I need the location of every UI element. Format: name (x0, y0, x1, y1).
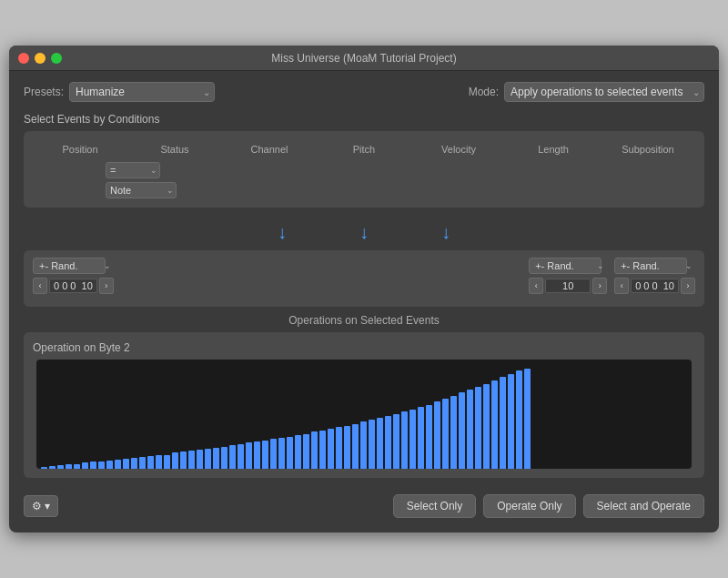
chart-bar (524, 369, 531, 469)
chart-bar (74, 464, 80, 470)
chart-bar (205, 449, 211, 469)
chart-bar (287, 437, 293, 469)
chart-bar (475, 387, 481, 469)
maximize-button[interactable] (51, 53, 62, 64)
chart-container (36, 360, 692, 469)
chart-bar (352, 424, 359, 470)
col-position: Position (33, 144, 127, 155)
bottom-bar: ⚙ ▾ Select Only Operate Only Select and … (24, 485, 704, 522)
byte2-label: Operation on Byte 2 (33, 341, 695, 354)
select-only-button[interactable]: Select Only (393, 494, 476, 518)
status-area: = ≠ < > ⌄ Note CC Pitch Bend ⌄ (106, 162, 695, 198)
chart-bar (238, 444, 244, 470)
minimize-button[interactable] (35, 53, 46, 64)
ops-length-value: 0 0 0 10 (631, 279, 679, 293)
chart-bar (98, 461, 105, 469)
presets-select-wrapper: Humanize Custom Default ⌄ (69, 82, 215, 102)
conditions-header: Position Status Channel Pitch Velocity L… (33, 140, 695, 162)
chart-bar (311, 431, 318, 469)
select-events-label: Select Events by Conditions (24, 113, 704, 126)
chart-bar (483, 384, 490, 470)
ops-velocity-up-button[interactable]: › (592, 278, 607, 294)
col-velocity: Velocity (411, 144, 506, 155)
chart-bar (66, 464, 72, 470)
select-events-panel: Position Status Channel Pitch Velocity L… (24, 131, 704, 208)
chart-bar (418, 407, 424, 469)
close-button[interactable] (18, 53, 29, 64)
operations-panel: +- Rand. Set Add ⌄ ‹ 0 0 0 10 › (24, 250, 704, 307)
ops-length-group: +- Rand. Set Add ⌄ ‹ 0 0 0 10 › (614, 258, 695, 294)
ops-length-up-button[interactable]: › (681, 278, 695, 294)
status-equals-select[interactable]: = ≠ < > (106, 162, 160, 178)
chart-bar (500, 377, 506, 469)
chart-bar (270, 439, 277, 469)
chart-bar (508, 374, 514, 470)
chart-bar (295, 435, 301, 469)
titlebar: Miss Universe (MoaM Tutorial Project) (9, 46, 719, 71)
chart-bar (360, 421, 367, 469)
chart-bar (393, 414, 399, 470)
gear-button[interactable]: ⚙ ▾ (24, 495, 58, 517)
ops-velocity-select[interactable]: +- Rand. Set Add (529, 258, 602, 274)
col-status: Status (127, 144, 222, 155)
chart-bar (450, 396, 457, 469)
col-length: Length (506, 144, 601, 155)
chart-bar (344, 426, 350, 469)
traffic-lights (18, 53, 62, 64)
chart-bar (410, 410, 416, 469)
ops-velocity-stepper: ‹ 10 › (529, 278, 607, 294)
ops-length-select[interactable]: +- Rand. Set Add (614, 258, 687, 274)
ops-length-down-button[interactable]: ‹ (614, 278, 629, 294)
ops-section-title: Operations on Selected Events (24, 314, 704, 327)
chart-bar (106, 461, 113, 469)
presets-label: Presets: (24, 86, 64, 98)
chart-bar (491, 380, 498, 469)
ops-pitch-up-button[interactable]: › (99, 278, 114, 294)
chart-bar (139, 457, 146, 469)
ops-pitch-value: 0 0 0 10 (49, 279, 97, 293)
col-channel: Channel (222, 144, 317, 155)
chart-bar (467, 390, 473, 469)
col-subposition: Subposition (601, 144, 695, 155)
ops-length-select-wrapper: +- Rand. Set Add ⌄ (614, 258, 695, 274)
ops-length-stepper: ‹ 0 0 0 10 › (614, 278, 695, 294)
chart-bar (213, 448, 219, 469)
ops-velocity-value: 10 (545, 279, 591, 293)
chart-bar (164, 455, 170, 469)
chart-bar (369, 420, 375, 469)
presets-row: Presets: Humanize Custom Default ⌄ (24, 82, 215, 102)
mode-select-wrapper: Apply operations to selected events Sele… (504, 82, 704, 102)
chart-bar (57, 465, 64, 469)
mode-label: Mode: (469, 86, 499, 98)
chart-bar (459, 392, 465, 469)
content-area: Presets: Humanize Custom Default ⌄ Mode:… (9, 71, 719, 532)
chart-bar (401, 411, 408, 469)
chart-bar (82, 462, 88, 469)
ops-velocity-down-button[interactable]: ‹ (529, 278, 543, 294)
ops-velocity-select-wrapper: +- Rand. Set Add ⌄ (529, 258, 607, 274)
mode-row: Mode: Apply operations to selected event… (469, 82, 704, 102)
operate-only-button[interactable]: Operate Only (483, 494, 575, 518)
select-and-operate-button[interactable]: Select and Operate (583, 494, 704, 518)
mode-select[interactable]: Apply operations to selected events Sele… (504, 82, 704, 102)
action-buttons: Select Only Operate Only Select and Oper… (393, 494, 704, 518)
chart-bar (172, 452, 178, 469)
arrows-row: ↓ ↓ ↓ (24, 215, 704, 250)
ops-selects-row: +- Rand. Set Add ⌄ ‹ 0 0 0 10 › (33, 258, 695, 294)
chart-bar (262, 441, 268, 469)
ops-pitch-down-button[interactable]: ‹ (33, 278, 47, 294)
chart-bar (123, 459, 129, 469)
ops-pitch-select[interactable]: +- Rand. Set Add (33, 258, 106, 274)
chart-bar (49, 466, 56, 469)
chart-bar (426, 405, 432, 469)
chart-bar (385, 416, 391, 469)
gear-icon: ⚙ (32, 500, 42, 512)
presets-select[interactable]: Humanize Custom Default (69, 82, 215, 102)
chart-bar (90, 461, 96, 469)
ops-pitch-group: +- Rand. Set Add ⌄ ‹ 0 0 0 10 › (33, 258, 114, 294)
arrow-velocity-icon: ↓ (359, 222, 369, 243)
chart-bar (442, 399, 449, 469)
status-type-select[interactable]: Note CC Pitch Bend (106, 182, 177, 198)
chart-bar (328, 429, 334, 469)
arrow-pitch-icon: ↓ (278, 222, 287, 243)
